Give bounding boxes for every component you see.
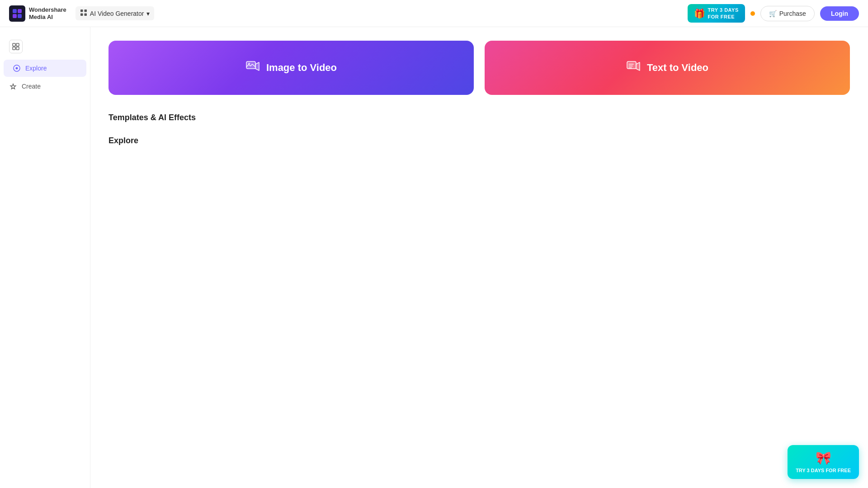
try-banner-icon: 🎁 (694, 8, 705, 19)
login-button[interactable]: Login (820, 6, 859, 21)
svg-rect-3 (18, 14, 22, 18)
logo-brand: Wondershare (29, 6, 66, 14)
float-banner-text: TRY 3 DAYS FOR FREE (796, 467, 851, 474)
section-explore-title: Explore (108, 136, 850, 145)
svg-rect-5 (84, 9, 87, 12)
layout-icon (9, 40, 23, 53)
svg-rect-8 (13, 43, 15, 46)
cart-icon: 🛒 (769, 10, 777, 17)
nav-dropdown[interactable]: AI Video Generator ▾ (75, 6, 155, 20)
notification-dot (750, 11, 755, 16)
logo-area: Wondershare Media AI (9, 5, 66, 22)
image-to-video-card[interactable]: Image to Video (108, 41, 474, 95)
section-templates-title: Templates & AI Effects (108, 113, 850, 122)
sidebar-extra[interactable] (0, 34, 90, 59)
nav-chevron-icon: ▾ (146, 10, 150, 17)
header-right: 🎁 TRY 3 DAYS FOR FREE 🛒 Purchase Login (688, 4, 859, 23)
create-icon (9, 82, 17, 90)
section-explore-container: Explore (108, 136, 850, 145)
svg-rect-7 (84, 14, 87, 16)
explore-icon (13, 64, 21, 72)
header: Wondershare Media AI AI Video Generator … (0, 0, 868, 27)
nav-grid-icon (80, 9, 87, 18)
svg-point-13 (16, 67, 18, 70)
purchase-label: Purchase (779, 10, 806, 17)
svg-rect-0 (13, 9, 17, 13)
header-left: Wondershare Media AI AI Video Generator … (9, 5, 154, 22)
svg-rect-10 (13, 47, 15, 50)
sidebar-item-create[interactable]: Create (0, 78, 90, 95)
text-to-video-icon (626, 59, 641, 77)
try-banner-text: TRY 3 DAYS FOR FREE (708, 7, 739, 20)
svg-rect-1 (18, 9, 22, 13)
image-to-video-icon (245, 59, 260, 77)
try-line1: TRY 3 DAYS (708, 7, 739, 13)
svg-rect-9 (16, 43, 19, 46)
svg-rect-2 (13, 14, 17, 18)
image-to-video-label: Image to Video (266, 62, 337, 74)
logo-icon (9, 5, 25, 22)
text-to-video-label: Text to Video (647, 62, 708, 74)
main-content: Image to Video Text to Video Templates &… (90, 27, 868, 488)
sidebar-item-explore-label: Explore (25, 65, 47, 72)
svg-rect-4 (80, 9, 83, 12)
svg-rect-6 (80, 14, 83, 16)
sidebar: Explore Create (0, 27, 90, 488)
purchase-button[interactable]: 🛒 Purchase (760, 6, 815, 21)
try-banner[interactable]: 🎁 TRY 3 DAYS FOR FREE (688, 4, 745, 23)
logo-text: Wondershare Media AI (29, 6, 66, 20)
text-to-video-card[interactable]: Text to Video (485, 41, 850, 95)
float-banner-line1: TRY 3 DAYS (796, 468, 824, 473)
sidebar-item-create-label: Create (22, 83, 41, 90)
try-line2: FOR FREE (708, 14, 739, 20)
float-banner[interactable]: 🎀 TRY 3 DAYS FOR FREE (788, 445, 859, 479)
float-banner-line2: FOR FREE (826, 468, 851, 473)
svg-rect-11 (16, 47, 19, 50)
nav-label: AI Video Generator (90, 10, 144, 17)
main-layout: Explore Create (0, 27, 868, 488)
sidebar-item-explore[interactable]: Explore (4, 60, 86, 77)
logo-product: Media AI (29, 14, 66, 21)
cards-row: Image to Video Text to Video (108, 41, 850, 95)
float-banner-icon: 🎀 (816, 450, 831, 465)
